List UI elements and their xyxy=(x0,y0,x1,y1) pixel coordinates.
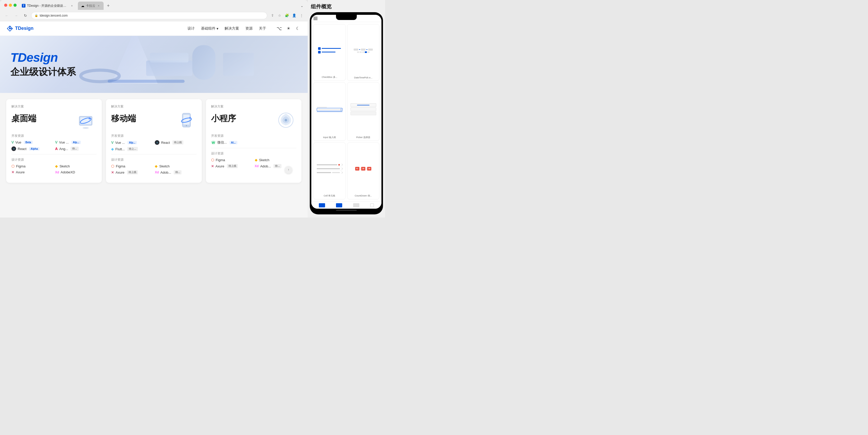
tdesign-logo-icon xyxy=(6,25,13,32)
nav-resources[interactable]: 资源 xyxy=(245,26,253,31)
card-mini-divider xyxy=(211,148,296,148)
phone-nav-item-3[interactable] xyxy=(353,203,359,207)
card-desktop-title: 桌面端 xyxy=(11,113,36,124)
react-icon: ⚛ xyxy=(11,146,16,151)
theme-moon-button[interactable]: ☾ xyxy=(294,25,302,32)
tab-kalayun-close[interactable]: × xyxy=(97,4,100,7)
resource-mobile-adobexd[interactable]: Xd Adob... 待... xyxy=(155,170,196,175)
resource-mobile-sketch[interactable]: ◆ Sketch xyxy=(155,164,196,168)
axure-icon: ✕ xyxy=(11,170,14,174)
profile-button[interactable]: 👤 xyxy=(291,12,297,19)
scroll-top-button[interactable]: ↑ xyxy=(285,166,292,174)
vue-icon: V xyxy=(11,140,14,144)
phone-card-checkbox[interactable]: CheckBox 多... xyxy=(313,24,346,81)
picker-label: Picker 选择器 xyxy=(356,136,371,139)
phone-card-cell[interactable]: Cell 单元格 xyxy=(313,143,346,199)
card-desktop-label: 解决方案 xyxy=(11,104,97,109)
github-button[interactable]: ⌥ xyxy=(276,25,283,32)
phone-nav-item-1[interactable] xyxy=(319,203,325,207)
tab-kalayun-label: 卡拉云 xyxy=(86,4,95,8)
resource-mobile-vue[interactable]: V Vue ... Alp... xyxy=(111,140,153,145)
tab-tdesign-close[interactable]: × xyxy=(70,4,74,7)
phone-nav-item-2[interactable] xyxy=(336,203,342,207)
phone-card-countdown[interactable]: 01 : 38 : 08 CountDown 倒... xyxy=(347,143,379,199)
resource-mini-figma[interactable]: ⬡ Figma xyxy=(211,158,253,162)
card-mobile-label: 解决方案 xyxy=(111,104,196,109)
card-desktop-design-resources: ⬡ Figma ◆ Sketch ✕ Axure Xd xyxy=(11,164,97,174)
card-desktop: 解决方案 桌面端 xyxy=(6,99,102,183)
window-minimize-button[interactable] xyxy=(9,4,12,7)
phone-card-input[interactable]: Input 输入框 xyxy=(313,82,346,141)
extensions-button[interactable]: 🧩 xyxy=(284,12,290,19)
card-mobile-dev-label: 开发资源 xyxy=(111,134,196,138)
resource-vue-alpha[interactable]: V Vue ... Alp... xyxy=(55,140,97,144)
share-button[interactable]: ⇧ xyxy=(269,12,276,19)
tdesign-tab-icon: T xyxy=(22,4,26,7)
window-maximize-button[interactable] xyxy=(13,4,17,7)
forward-button[interactable]: → xyxy=(12,12,20,19)
nav-solutions[interactable]: 解决方案 xyxy=(225,26,239,31)
site-logo[interactable]: TDesign xyxy=(6,25,33,32)
card-mobile-icon xyxy=(176,110,196,130)
tab-tdesign[interactable]: T TDesign - 开源的企业级设计体... × xyxy=(19,2,77,10)
resource-axure[interactable]: ✕ Axure xyxy=(11,170,53,174)
pending-badge: 待... xyxy=(71,147,79,151)
bookmark-button[interactable]: ☆ xyxy=(277,12,283,19)
phone-bottom-nav xyxy=(311,201,381,209)
phone-nav-expand-icon[interactable] xyxy=(370,204,374,207)
reload-button[interactable]: ↻ xyxy=(22,12,29,19)
resource-mini-sketch[interactable]: ◆ Sketch xyxy=(255,158,296,162)
mobile-vue-icon: V xyxy=(111,141,114,145)
settings-button[interactable]: ⋮ xyxy=(298,12,305,19)
resource-mobile-axure[interactable]: ✕ Axure 待上线 xyxy=(111,170,153,175)
url-text: tdesign.tencent.com xyxy=(40,14,67,18)
phone-mockup: CheckBox 多... xyxy=(310,12,383,214)
phone-home-indicator xyxy=(336,210,357,211)
resource-figma[interactable]: ⬡ Figma xyxy=(11,164,53,168)
new-tab-button[interactable]: + xyxy=(105,2,112,9)
weapp-icon: W xyxy=(211,140,216,145)
weapp-badge: Al... xyxy=(229,141,237,144)
tab-menu-button[interactable]: ⌄ xyxy=(299,4,305,8)
back-button[interactable]: ← xyxy=(3,12,10,19)
phone-component-grid: CheckBox 多... xyxy=(311,22,381,201)
window-close-button[interactable] xyxy=(4,4,7,7)
resource-vue-beta[interactable]: V Vue Beta xyxy=(11,140,53,144)
angular-icon: A xyxy=(55,147,58,151)
resource-mobile-figma[interactable]: ⬡ Figma xyxy=(111,164,153,168)
phone-card-picker[interactable]: Picker 选择器 xyxy=(347,82,379,141)
url-bar[interactable]: 🔒 tdesign.tencent.com xyxy=(31,12,267,19)
vue2-icon: V xyxy=(55,140,57,144)
tab-bar-top: T TDesign - 开源的企业级设计体... × ☁ 卡拉云 × + ⌄ xyxy=(0,0,308,10)
resource-mini-axure[interactable]: ✕ Axure 待上线 xyxy=(211,164,253,168)
nav-about[interactable]: 关于 xyxy=(259,26,266,31)
mobile-adobexd-badge: 待... xyxy=(174,170,182,175)
resource-weapp[interactable]: W 微信... Al... xyxy=(211,140,253,145)
resource-react-alpha[interactable]: ⚛ React Alpha xyxy=(11,146,53,151)
resource-mobile-react[interactable]: ⚛ React 待上线 xyxy=(155,140,196,145)
resource-adobexd[interactable]: Xd AdobeXD xyxy=(55,170,97,174)
resource-sketch[interactable]: ◆ Sketch xyxy=(55,164,97,168)
mini-adobexd-badge: 待... xyxy=(273,164,281,168)
input-label: Input 输入框 xyxy=(323,136,336,139)
card-desktop-design-label: 设计资源 xyxy=(11,158,97,162)
card-miniprogram: 解决方案 小程序 xyxy=(206,99,302,183)
datetimepicker-preview xyxy=(349,26,377,75)
phone-card-datetimepicker[interactable]: DateTimePick e... xyxy=(347,24,379,81)
card-mobile: 解决方案 移动端 开发资源 xyxy=(106,99,202,183)
nav-design[interactable]: 设计 xyxy=(187,26,195,31)
tab-kalayun[interactable]: ☁ 卡拉云 × xyxy=(78,2,103,10)
datetimepicker-label: DateTimePick e... xyxy=(354,76,373,79)
card-mobile-title: 移动端 xyxy=(111,113,136,124)
hero-section: TDesign 企业级设计体系 xyxy=(0,36,308,93)
resource-flutter[interactable]: ◈ Flutt... 待上... xyxy=(111,147,153,151)
theme-sun-button[interactable]: ☀ xyxy=(285,25,292,32)
tab-tdesign-label: TDesign - 开源的企业级设计体... xyxy=(27,4,68,8)
svg-point-15 xyxy=(186,125,187,126)
mini-figma-icon: ⬡ xyxy=(211,158,214,162)
mobile-axure-icon: ✕ xyxy=(111,170,114,175)
phone-menu-icon[interactable] xyxy=(313,17,317,20)
flutter-badge: 待上... xyxy=(127,147,137,151)
nav-components[interactable]: 基础组件 ▾ xyxy=(201,26,218,31)
resource-angular-pending[interactable]: A Ang... 待... xyxy=(55,146,97,151)
